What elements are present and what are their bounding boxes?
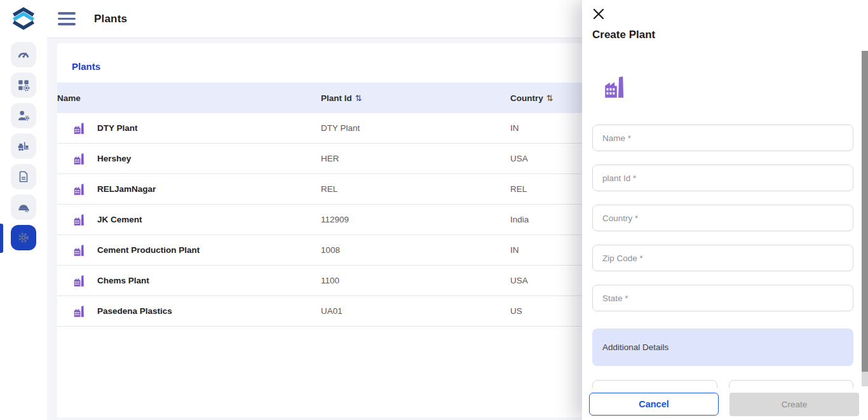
hardhat-gear-icon [17,200,31,214]
form-field-input[interactable] [593,125,853,151]
factory-icon [72,274,86,288]
column-header[interactable]: Name [57,93,321,103]
form-field-input[interactable] [593,245,853,271]
form-field-input[interactable] [593,205,853,231]
factory-icon [602,72,628,102]
form-field [592,205,853,231]
sidebar-item-dashboard[interactable] [11,42,36,67]
sidebar [0,0,47,420]
forklift-icon [17,139,31,153]
plant-name: Pasedena Plastics [97,306,172,316]
settings-gear-icon [16,230,31,245]
form-field [592,125,853,151]
plant-id: 1008 [321,245,510,255]
sidebar-item-documents[interactable] [11,164,36,189]
close-icon[interactable] [591,6,606,22]
sidebar-item-settings[interactable] [11,225,36,250]
sidebar-item-forklift[interactable] [11,133,36,159]
sidebar-item-widgets[interactable] [11,72,36,98]
drawer-form [592,125,853,325]
sort-icon[interactable]: ⇅ [546,93,553,103]
plant-name: DTY Plant [97,123,138,133]
plant-name: RELJamNagar [97,184,156,194]
user-gear-icon [17,109,31,123]
plant-id: DTY Plant [321,123,510,133]
plant-name: Cement Production Plant [97,245,200,255]
form-field-input[interactable] [593,165,853,191]
factory-icon [72,213,86,227]
plant-id: 112909 [321,215,510,224]
factory-icon [72,182,86,196]
factory-icon [72,304,86,318]
form-field [592,285,853,311]
plant-id: HER [321,154,510,163]
form-field-input[interactable] [593,285,853,311]
plant-id: 1100 [321,276,510,285]
drawer-scrollbar-thumb[interactable] [862,51,868,372]
app-logo-icon [10,4,37,34]
plant-id: REL [321,184,510,194]
column-label: Name [57,93,81,103]
form-field [592,245,853,271]
additional-details-section[interactable]: Additional Details [592,329,853,366]
column-header[interactable]: Plant Id ⇅ [321,93,510,103]
create-plant-drawer: Create Plant [582,0,868,420]
plant-name: JK Cement [97,215,142,224]
active-nav-indicator [0,224,3,253]
drawer-footer: Cancel Create [582,388,868,420]
form-field [592,165,853,191]
create-button[interactable]: Create [729,393,859,416]
column-label: Country [510,93,543,103]
plant-id: UA01 [321,306,510,316]
drawer-title: Create Plant [592,29,655,41]
plant-name: Chems Plant [97,276,149,285]
sidebar-item-workers[interactable] [11,194,36,220]
page-title: Plants [94,13,127,25]
sidebar-item-users[interactable] [11,103,36,128]
gauge-icon [17,48,31,62]
cancel-button[interactable]: Cancel [589,393,719,416]
factory-icon [72,152,86,166]
section-label: Additional Details [602,342,668,352]
plant-name: Hershey [97,154,131,163]
menu-toggle-icon[interactable] [58,12,76,25]
sort-icon[interactable]: ⇅ [355,93,362,103]
drawer-scrollbar-track[interactable] [862,372,868,386]
widgets-gear-icon [17,78,31,92]
factory-icon [72,243,86,257]
document-icon [17,170,31,184]
column-label: Plant Id [321,93,352,103]
factory-icon [72,121,86,135]
sidebar-nav [11,42,36,250]
